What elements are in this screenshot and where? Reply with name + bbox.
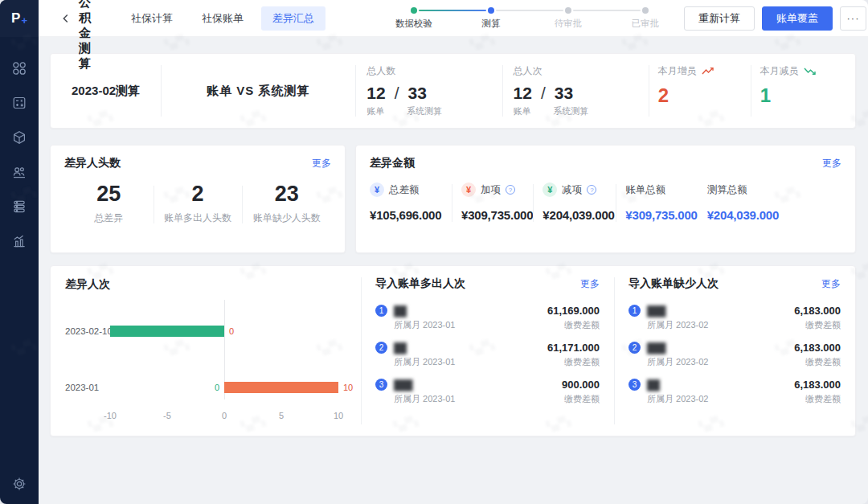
rank-badge: 3: [375, 379, 387, 391]
stepper-connector: [496, 10, 563, 11]
monthly-added-block: 本月增员 2: [649, 54, 751, 128]
redacted-name: ███: [647, 342, 665, 354]
app-logo: P+: [0, 0, 39, 37]
bill-extra-headcount-block: 2 账单多出人头数: [154, 181, 243, 225]
total-person-times-block: 总人次 12 / 33 账单 系统测算: [502, 54, 649, 128]
progress-stepper: 数据校验 测算 待审批 已审批: [375, 7, 684, 30]
diff-amount-value: 6,183.000: [794, 305, 841, 317]
diff-amount-value: 61,169.000: [547, 305, 600, 317]
recalculate-button[interactable]: 重新计算: [684, 6, 755, 31]
list-item: 1███6,183.000所属月 2023-02缴费差额: [628, 305, 841, 331]
total-headcount-label: 总人数: [366, 64, 502, 78]
rank-badge: 3: [628, 379, 641, 391]
redacted-name: ██: [394, 342, 406, 354]
bill-extra-list-section: 导入账单多出人次 更多 1██61,169.000所属月 2023-01缴费差额…: [361, 266, 614, 436]
rank-badge: 1: [375, 305, 387, 317]
redacted-name: ██: [647, 379, 659, 391]
belong-month: 所属月 2023-02: [647, 319, 708, 331]
rank-badge: 2: [628, 342, 641, 354]
apps-icon[interactable]: [12, 61, 27, 76]
diff-amount-label: 缴费差额: [805, 319, 841, 331]
rank-badge: 2: [375, 342, 387, 354]
yuan-circle-blue-icon: ¥: [370, 182, 384, 197]
sidebar: P+: [0, 0, 39, 504]
summary-card: 2023-02测算 账单 VS 系统测算 总人数 12 / 33 账单 系统测算…: [50, 53, 856, 129]
step-dot: [488, 7, 494, 14]
help-icon[interactable]: ?: [506, 185, 515, 195]
diff-amount-value: 900.000: [562, 379, 600, 391]
help-icon[interactable]: ?: [587, 185, 596, 195]
step-dot: [565, 7, 571, 14]
chart-bar-negative: [110, 326, 224, 337]
list-item: 1██61,169.000所属月 2023-01缴费差额: [375, 305, 600, 331]
gear-icon[interactable]: [12, 477, 27, 491]
diff-amount-card: 差异金额 更多 ¥ 总差额 ¥105,696.000 ¥ 加项: [355, 145, 856, 253]
add-item-value: ¥309,735.000: [461, 208, 533, 222]
cube-icon[interactable]: [12, 130, 27, 145]
stepper-connector: [419, 10, 486, 11]
redacted-name: ███: [394, 379, 412, 391]
main-content: 2023-02测算 账单 VS 系统测算 总人数 12 / 33 账单 系统测算…: [39, 37, 868, 504]
trend-down-icon: [804, 67, 817, 76]
chart-x-tick-label: 10: [334, 411, 343, 420]
monthly-removed-block: 本月减员 1: [751, 54, 855, 128]
stepper-connector: [573, 10, 641, 11]
step-dot: [411, 7, 417, 14]
more-link[interactable]: 更多: [312, 157, 331, 170]
back-button[interactable]: [59, 11, 72, 26]
diff-amount-label: 缴费差额: [564, 393, 600, 405]
logo-text: P: [11, 10, 20, 27]
bill-total-block: 账单总额 ¥309,735.000: [616, 182, 697, 222]
redacted-name: ███: [647, 305, 665, 317]
bill-total-value: ¥309,735.000: [625, 208, 697, 222]
list-item: 3██6,183.000所属月 2023-02缴费差额: [628, 379, 841, 405]
more-link[interactable]: 更多: [821, 277, 841, 291]
list-item: 2███6,183.000所属月 2023-02缴费差额: [628, 342, 841, 368]
chart-x-tick-label: -10: [104, 411, 117, 420]
belong-month: 所属月 2023-01: [394, 319, 455, 331]
diff-amount-label: 缴费差额: [805, 393, 841, 405]
calc-total-value: ¥204,039.000: [707, 208, 788, 222]
bar-chart-icon[interactable]: [12, 234, 27, 248]
bill-extra-headcount-value: 2: [154, 181, 243, 207]
app-window: P+: [0, 0, 868, 504]
bill-missing-headcount-block: 23 账单缺少人头数: [242, 181, 331, 225]
diff-person-times-chart-section: 差异人次 2023-02-1002023-01010-10-50510: [51, 266, 361, 436]
more-link[interactable]: 更多: [580, 277, 600, 291]
chart-category-label: 2023-02-10: [65, 326, 108, 337]
tab-social-calc[interactable]: 社保计算: [120, 6, 184, 31]
chart-x-tick-label: 5: [279, 411, 284, 420]
chart-title: 差异人次: [65, 277, 110, 290]
diff-headcount-card: 差异人头数 更多 25 总差异 2 账单多出人头数 23 账单缺少人头数: [50, 145, 346, 253]
belong-month: 所属月 2023-02: [647, 393, 708, 405]
more-actions-button[interactable]: ···: [840, 6, 866, 31]
minus-item-value: ¥204,039.000: [542, 208, 616, 222]
diff-amount-value: 61,171.000: [547, 342, 600, 354]
tab-social-bill[interactable]: 社保账单: [190, 6, 255, 31]
period-label: 2023-02测算: [51, 54, 161, 128]
chart-x-tick-label: 0: [222, 411, 227, 420]
list-item: 2██61,171.000所属月 2023-01缴费差额: [375, 342, 600, 368]
users-icon[interactable]: [12, 165, 27, 179]
rank-badge: 1: [628, 305, 641, 317]
more-link[interactable]: 更多: [822, 157, 841, 170]
calculator-icon[interactable]: [12, 96, 27, 110]
monthly-added-value: 2: [658, 84, 751, 107]
tab-diff-summary[interactable]: 差异汇总: [261, 6, 326, 31]
person-times-bill-value: 12: [514, 84, 532, 103]
diff-amount-label: 缴费差额: [805, 356, 841, 368]
diff-amount-value: 6,183.000: [794, 342, 841, 354]
diff-amount-title: 差异金额: [370, 156, 415, 170]
ledger-icon[interactable]: [12, 199, 27, 214]
chart-value-label: 0: [229, 326, 234, 337]
diff-amount-label: 缴费差额: [564, 319, 600, 331]
monthly-removed-label: 本月减员: [760, 64, 799, 78]
belong-month: 所属月 2023-02: [647, 356, 708, 368]
total-diff-block: 25 总差异: [64, 181, 154, 225]
total-headcount-block: 总人数 12 / 33 账单 系统测算: [355, 54, 502, 128]
person-times-system-value: 33: [555, 84, 573, 103]
step-dot: [642, 7, 649, 14]
belong-month: 所属月 2023-01: [394, 356, 455, 368]
bill-override-button[interactable]: 账单覆盖: [762, 6, 833, 31]
monthly-added-label: 本月增员: [658, 64, 697, 78]
